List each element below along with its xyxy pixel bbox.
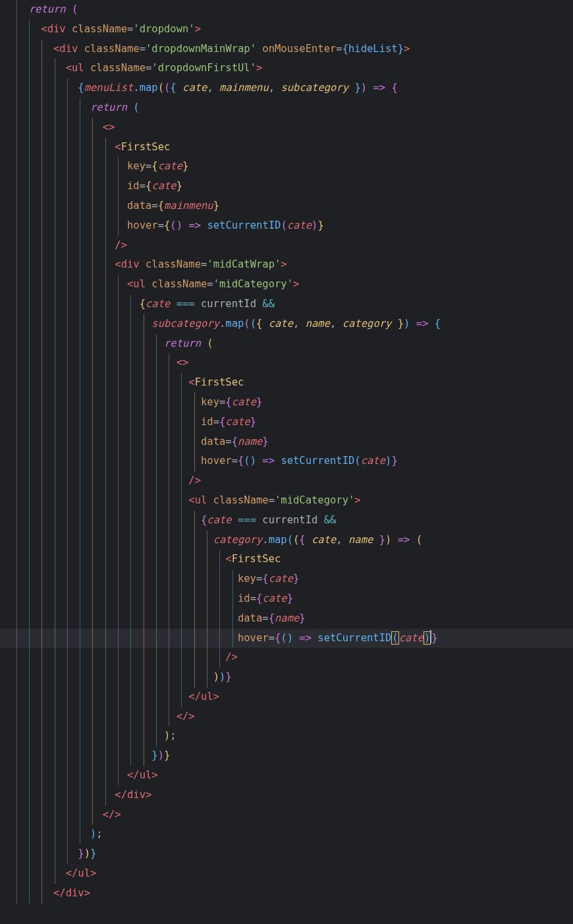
code-line: hover={() => setCurrentID(cate)} xyxy=(0,216,573,236)
code-line: <ul className='dropdownFirstUl'> xyxy=(0,59,573,78)
code-line: <div className='dropdown'> xyxy=(0,20,573,40)
code-line: /> xyxy=(0,471,573,491)
code-line: <FirstSec xyxy=(0,373,573,393)
code-line: id={cate} xyxy=(0,177,573,196)
code-line: <ul className='midCategory'> xyxy=(0,275,573,295)
code-line: <ul className='midCategory'> xyxy=(0,491,573,511)
code-line: <FirstSec xyxy=(0,550,573,569)
code-line: {cate === currentId && xyxy=(0,295,573,314)
code-line: /> xyxy=(0,236,573,256)
code-line: })} xyxy=(0,746,573,766)
code-line: return ( xyxy=(0,0,573,20)
code-line: </ul> xyxy=(0,687,573,707)
code-line: /> xyxy=(0,648,573,668)
code-line: hover={() => setCurrentID(cate)} xyxy=(0,451,573,471)
code-line: </ul> xyxy=(0,766,573,786)
code-line: <div className='dropdownMainWrap' onMous… xyxy=(0,40,573,59)
code-line: <FirstSec xyxy=(0,138,573,158)
kw: return xyxy=(29,3,66,15)
text-cursor xyxy=(430,630,431,643)
code-line: ))} xyxy=(0,668,573,687)
code-line-active: hover={() => setCurrentID(cate)} xyxy=(0,629,573,649)
code-line: id={cate} xyxy=(0,589,573,609)
code-line: </ul> xyxy=(0,864,573,884)
code-line: {menuList.map(({ cate, mainmenu, subcate… xyxy=(0,78,573,98)
code-line: data={name} xyxy=(0,609,573,629)
code-line: subcategory.map(({ cate, name, category … xyxy=(0,314,573,334)
code-line: </div> xyxy=(0,884,573,904)
code-line: key={cate} xyxy=(0,569,573,589)
code-line: })} xyxy=(0,844,573,864)
code-line: key={cate} xyxy=(0,393,573,413)
code-line: <> xyxy=(0,118,573,138)
code-line: ); xyxy=(0,726,573,746)
code-line: <> xyxy=(0,353,573,373)
code-line: category.map(({ cate, name }) => ( xyxy=(0,531,573,550)
code-line: id={cate} xyxy=(0,413,573,432)
code-line: {cate === currentId && xyxy=(0,511,573,531)
code-line: </> xyxy=(0,805,573,825)
code-editor[interactable]: return ( <div className='dropdown'> <div… xyxy=(0,0,573,904)
code-line: key={cate} xyxy=(0,157,573,177)
code-line: return ( xyxy=(0,98,573,118)
code-line: return ( xyxy=(0,334,573,354)
code-line: <div className='midCatWrap'> xyxy=(0,255,573,275)
code-line: </> xyxy=(0,707,573,727)
code-line: ); xyxy=(0,824,573,844)
code-line: data={mainmenu} xyxy=(0,196,573,216)
code-line: </div> xyxy=(0,786,573,805)
code-line: data={name} xyxy=(0,432,573,452)
